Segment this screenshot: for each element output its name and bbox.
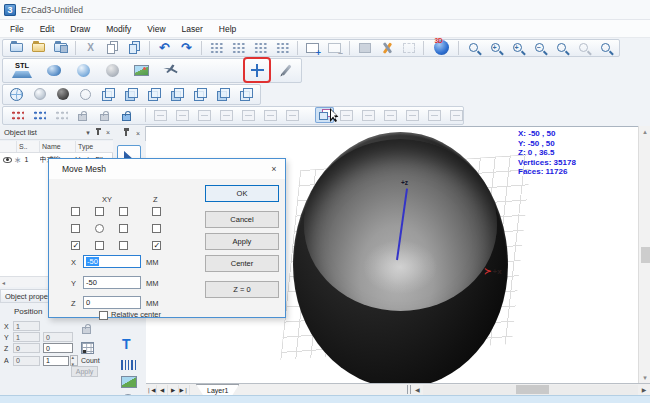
anchor-xy-checkbox-6[interactable] [119, 224, 128, 233]
dialog-title-bar[interactable]: Move Mesh × [49, 159, 285, 179]
same-height-button[interactable] [425, 107, 444, 123]
mesh-texture-button[interactable] [129, 59, 153, 81]
mesh-rotate-button[interactable] [158, 59, 182, 81]
y-input[interactable]: -50 [83, 276, 141, 289]
mesh-import-button[interactable] [42, 59, 66, 81]
center-button[interactable]: Center [205, 255, 279, 272]
prop-a-value[interactable]: 0 [13, 356, 40, 366]
horizontal-scroll-thumb[interactable] [516, 385, 549, 394]
apply-button[interactable]: Apply [71, 366, 98, 377]
unlock-button[interactable] [95, 107, 114, 123]
view-3d-button[interactable]: 3D [429, 37, 453, 59]
anchor-grid-icon[interactable] [81, 342, 94, 354]
last-layer-button[interactable]: ▶❘ [179, 385, 190, 395]
x-input[interactable]: -50 [83, 255, 141, 268]
cut-button[interactable] [81, 40, 100, 56]
menu-file[interactable]: File [10, 24, 24, 34]
vertical-scrollbar[interactable]: ▴ ▾ [638, 126, 650, 383]
array-copy-button-2[interactable] [229, 40, 248, 56]
align-left-button[interactable] [151, 107, 170, 123]
anchor-xy-checkbox-7[interactable] [71, 241, 80, 250]
shaded-dark-button[interactable] [53, 86, 72, 102]
prop-x-value[interactable]: 1 [13, 321, 40, 331]
anchor-z-checkbox-bottom[interactable] [152, 241, 161, 250]
node-delete-button[interactable] [51, 107, 70, 123]
mesh-slice-button[interactable] [187, 59, 211, 81]
horizontal-scrollbar[interactable] [423, 385, 638, 395]
prev-layer-button[interactable]: ◀ [157, 385, 168, 395]
lock-button[interactable] [73, 107, 92, 123]
close-icon[interactable]: × [133, 128, 143, 138]
dropdown-icon[interactable]: ▾ [83, 128, 93, 138]
copy-button[interactable] [103, 40, 122, 56]
anchor-z-checkbox-top[interactable] [152, 207, 161, 216]
array-copy-button-3[interactable] [251, 40, 270, 56]
stl-button[interactable]: STL [7, 59, 37, 81]
move-mesh-button[interactable] [245, 59, 269, 81]
undo-button[interactable] [155, 40, 174, 56]
z-zero-button[interactable]: Z = 0 [205, 281, 279, 298]
barcode-tool-button[interactable] [121, 360, 136, 370]
film-button[interactable] [355, 40, 374, 56]
distribute-button[interactable] [261, 107, 280, 123]
zoom-in-button[interactable] [486, 40, 505, 56]
align-right-button[interactable] [195, 107, 214, 123]
anchor-xy-checkbox-9[interactable] [119, 241, 128, 250]
ok-button[interactable]: OK [205, 185, 279, 202]
menu-laser[interactable]: Laser [182, 24, 203, 34]
shaded-light-button[interactable] [30, 86, 49, 102]
hscroll-left-arrow[interactable]: ◀ [411, 385, 423, 395]
open-file-button[interactable] [29, 40, 48, 56]
count-input[interactable]: 1 [43, 356, 69, 366]
anchor-xy-checkbox-1[interactable] [71, 207, 80, 216]
remove-window-button[interactable] [325, 40, 344, 56]
menu-modify[interactable]: Modify [106, 24, 131, 34]
save-file-button[interactable] [51, 40, 70, 56]
device-config-button[interactable] [399, 40, 418, 56]
hscroll-right-arrow[interactable]: ▶ [638, 385, 650, 395]
anchor-xy-checkbox-8[interactable] [95, 241, 104, 250]
zoom-select-button[interactable] [552, 40, 571, 56]
cancel-button[interactable]: Cancel [205, 211, 279, 228]
pin-icon[interactable] [93, 128, 103, 138]
count-stepper[interactable] [70, 355, 78, 366]
zoom-prev-button[interactable] [574, 40, 593, 56]
prop-y-value[interactable]: 1 [13, 332, 40, 342]
anchor-z-checkbox-middle[interactable] [152, 224, 161, 233]
align-top-button[interactable] [337, 107, 356, 123]
mesh-mark-button[interactable] [274, 59, 298, 81]
scroll-up-arrow[interactable]: ▴ [639, 126, 650, 137]
skew-button[interactable] [239, 107, 258, 123]
align-bottom-button[interactable] [381, 107, 400, 123]
bitmap-tool-button[interactable] [121, 376, 137, 388]
mesh-globe-button[interactable] [100, 59, 124, 81]
wireframe-globe-button[interactable] [7, 86, 26, 102]
close-icon[interactable]: × [103, 128, 113, 138]
view-cube-button-5[interactable] [191, 86, 210, 102]
array-copy-button-4[interactable] [273, 40, 292, 56]
text-tool-button[interactable] [122, 337, 131, 351]
edit-nodes-button[interactable] [7, 107, 26, 123]
menu-view[interactable]: View [147, 24, 165, 34]
view-cube-button-1[interactable] [99, 86, 118, 102]
mesh-object-bowl[interactable]: +z [293, 132, 508, 383]
apply-button-dialog[interactable]: Apply [205, 233, 279, 250]
view-cube-button-6[interactable] [214, 86, 233, 102]
aspect-lock-icon[interactable] [82, 327, 91, 334]
scroll-down-arrow[interactable]: ▾ [639, 372, 650, 383]
anchor-xy-checkbox-4[interactable] [71, 224, 80, 233]
prop-z-value[interactable]: 0 [13, 343, 40, 353]
snap-nodes-button[interactable] [29, 107, 48, 123]
outline-circle-button[interactable] [76, 86, 95, 102]
align-center-button[interactable] [173, 107, 192, 123]
options-button[interactable] [377, 40, 396, 56]
anchor-xy-checkbox-3[interactable] [119, 207, 128, 216]
pin-icon[interactable] [121, 128, 131, 138]
zoom-pan-button[interactable] [596, 40, 615, 56]
view-cube-button-3[interactable] [145, 86, 164, 102]
same-width-button[interactable] [403, 107, 422, 123]
paste-button[interactable] [125, 40, 144, 56]
new-file-button[interactable] [7, 40, 26, 56]
mesh-sphere-button[interactable] [71, 59, 95, 81]
prop-y-value-2[interactable]: 0 [43, 332, 73, 342]
